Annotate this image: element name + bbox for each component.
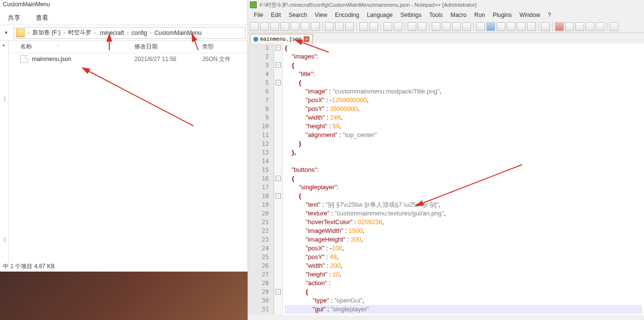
- separator: [405, 22, 405, 31]
- save-all-icon[interactable]: [280, 22, 289, 31]
- save-icon[interactable]: [270, 22, 279, 31]
- editor-area[interactable]: 1234567891011121314151617181920212223242…: [248, 44, 644, 315]
- file-list: 名称˄ 修改日期 类型 mainmenu.json 2021/6/27 11:5…: [9, 41, 248, 266]
- monitoring-icon[interactable]: [541, 22, 550, 31]
- breadcrumb-row: ▾ › 新加卷 (F:) › 时空斗罗 › .minecraft › confi…: [0, 25, 248, 41]
- file-date: 2021/6/27 11:56: [134, 56, 202, 62]
- code-area[interactable]: { "images": { "title": { "image" : "cust…: [283, 44, 644, 315]
- menu-macro[interactable]: Macro: [448, 11, 469, 19]
- menu-window[interactable]: Window: [516, 11, 543, 19]
- undo-icon[interactable]: [359, 22, 368, 31]
- column-type[interactable]: 类型: [202, 43, 248, 51]
- tab-mainmenu-json[interactable]: mainmenu.json ×: [250, 34, 313, 44]
- new-file-icon[interactable]: [250, 22, 259, 31]
- file-explorer: CustomMainMenu 共享 查看 ▾ › 新加卷 (F:) › 时空斗罗…: [0, 0, 248, 320]
- breadcrumb-item[interactable]: config: [130, 30, 148, 36]
- chevron-right-icon: ›: [93, 30, 97, 35]
- nav-dropdown-icon[interactable]: ▾: [2, 30, 11, 36]
- explorer-ribbon: 共享 查看: [0, 11, 248, 25]
- npp-tabs: mainmenu.json ×: [248, 33, 644, 44]
- folder-icon[interactable]: [486, 22, 495, 31]
- play-macro-icon[interactable]: [575, 22, 584, 31]
- replace-icon[interactable]: [394, 22, 402, 31]
- menu-search[interactable]: Search: [286, 11, 310, 19]
- separator: [381, 22, 381, 31]
- paste-icon[interactable]: [345, 22, 354, 31]
- preview-pane: [0, 272, 248, 320]
- breadcrumb-item-drive[interactable]: 新加卷 (F:): [31, 29, 62, 37]
- zoom-in-icon[interactable]: [408, 22, 416, 31]
- folder-workspace-icon[interactable]: [527, 22, 536, 31]
- npp-titlebar: F:\时空斗罗\.minecraft\config\CustomMainMenu…: [248, 0, 644, 10]
- close-icon[interactable]: [291, 22, 299, 31]
- menu-tools[interactable]: Tools: [426, 11, 446, 19]
- npp-app-icon: [250, 1, 257, 8]
- print-icon[interactable]: [311, 22, 320, 31]
- menu-encoding[interactable]: Encoding: [332, 11, 362, 19]
- explorer-sidebar-collapsed[interactable]: ▸ :) :): [0, 41, 9, 266]
- separator: [538, 22, 539, 31]
- sidebar-smiley: :): [0, 96, 8, 101]
- chevron-right-icon: ›: [27, 30, 31, 35]
- folder-icon: [16, 29, 25, 37]
- npp-toolbar: [248, 20, 644, 33]
- chevron-right-icon: ›: [62, 30, 66, 35]
- column-name[interactable]: 名称˄: [9, 43, 134, 51]
- menu-plugins[interactable]: Plugins: [490, 11, 514, 19]
- file-type: JSON 文件: [202, 55, 248, 63]
- menu-file[interactable]: File: [251, 11, 266, 19]
- fold-column[interactable]: −−−−−−: [274, 44, 283, 315]
- breadcrumb-item[interactable]: CustomMainMenu: [153, 30, 203, 36]
- chevron-right-icon: ›: [126, 30, 130, 35]
- extra-icon[interactable]: [610, 22, 618, 31]
- indent-guide-icon[interactable]: [476, 22, 485, 31]
- find-icon[interactable]: [383, 22, 392, 31]
- save-macro-icon[interactable]: [596, 22, 604, 31]
- file-name: mainmenu.json: [32, 56, 134, 62]
- file-row[interactable]: mainmenu.json 2021/6/27 11:56 JSON 文件: [9, 53, 248, 65]
- close-all-icon[interactable]: [301, 22, 309, 31]
- file-list-header: 名称˄ 修改日期 类型: [9, 41, 248, 53]
- expand-sidebar-icon[interactable]: ▸: [0, 43, 8, 47]
- separator: [322, 22, 322, 31]
- ribbon-share[interactable]: 共享: [8, 14, 20, 22]
- npp-window-title: F:\时空斗罗\.minecraft\config\CustomMainMenu…: [260, 1, 477, 9]
- tab-label: mainmenu.json: [260, 36, 302, 42]
- doc-list-icon[interactable]: [507, 22, 515, 31]
- chevron-right-icon: ›: [148, 30, 153, 35]
- separator: [429, 22, 429, 31]
- line-gutter: 1234567891011121314151617181920212223242…: [248, 44, 274, 315]
- breadcrumb-item[interactable]: .minecraft: [97, 30, 126, 36]
- sync-h-icon[interactable]: [442, 22, 451, 31]
- redo-icon[interactable]: [369, 22, 378, 31]
- zoom-out-icon[interactable]: [418, 22, 426, 31]
- disk-icon: [253, 37, 258, 42]
- doc-map-icon[interactable]: [497, 22, 505, 31]
- play-multi-icon[interactable]: [585, 22, 594, 31]
- open-file-icon[interactable]: [260, 22, 269, 31]
- record-macro-icon[interactable]: [555, 22, 564, 31]
- notepad-plus-plus: F:\时空斗罗\.minecraft\config\CustomMainMenu…: [248, 0, 644, 320]
- file-icon: [20, 55, 28, 63]
- menu-run[interactable]: Run: [471, 11, 488, 19]
- sync-v-icon[interactable]: [432, 22, 440, 31]
- menu-help[interactable]: ?: [545, 11, 554, 19]
- sidebar-smiley: :): [0, 237, 8, 242]
- copy-icon[interactable]: [335, 22, 344, 31]
- separator: [552, 22, 553, 31]
- menu-edit[interactable]: Edit: [268, 11, 284, 19]
- separator: [607, 22, 607, 31]
- breadcrumb-item[interactable]: 时空斗罗: [67, 29, 93, 37]
- menu-settings[interactable]: Settings: [397, 11, 424, 19]
- ribbon-view[interactable]: 查看: [36, 14, 48, 22]
- menu-view[interactable]: View: [312, 11, 330, 19]
- cut-icon[interactable]: [325, 22, 334, 31]
- wrap-icon[interactable]: [452, 22, 461, 31]
- breadcrumb[interactable]: › 新加卷 (F:) › 时空斗罗 › .minecraft › config …: [14, 27, 246, 39]
- function-list-icon[interactable]: [517, 22, 526, 31]
- menu-language[interactable]: Language: [364, 11, 395, 19]
- column-date[interactable]: 修改日期: [134, 43, 202, 51]
- tab-close-icon[interactable]: ×: [304, 36, 309, 42]
- show-all-icon[interactable]: [462, 22, 471, 31]
- stop-macro-icon[interactable]: [565, 22, 574, 31]
